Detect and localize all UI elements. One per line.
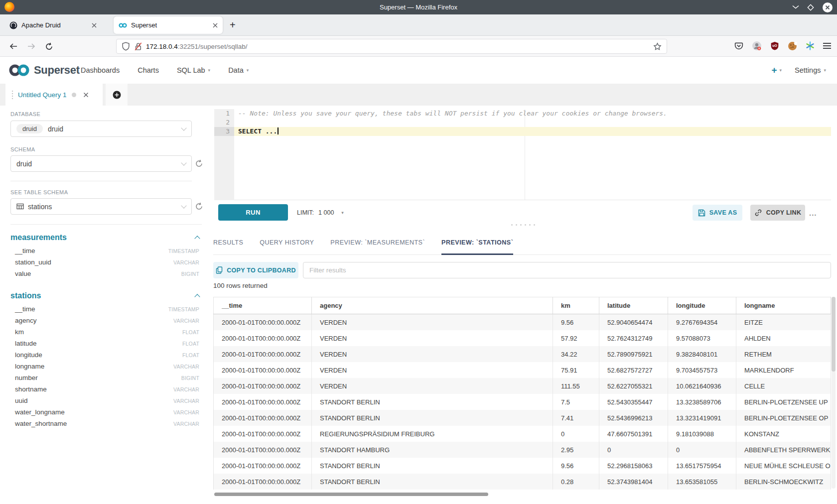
table-cell: 2000-01-01T00:00:00.000Z xyxy=(214,394,312,410)
query-tab[interactable]: Untitled Query 1 xyxy=(5,84,103,106)
nav-item-charts[interactable]: Charts xyxy=(138,66,159,74)
nav-item-sql-lab[interactable]: SQL Lab▾ xyxy=(177,66,210,74)
copy-link-label: COPY LINK xyxy=(766,209,802,216)
text-cursor xyxy=(278,127,279,134)
back-button-icon[interactable] xyxy=(9,42,18,50)
results-tab-preview-measurements[interactable]: PREVIEW: `MEASUREMENTS` xyxy=(330,232,425,255)
schema-column-row: water_longnameVARCHAR xyxy=(10,406,202,418)
column-header-latitude[interactable]: latitude xyxy=(599,297,668,314)
pocket-icon[interactable] xyxy=(734,41,743,50)
add-new-button[interactable]: + ▾ xyxy=(771,65,782,76)
horizontal-scrollbar[interactable] xyxy=(214,493,488,496)
table-cell: STANDORT BERLIN xyxy=(312,458,553,474)
close-icon[interactable] xyxy=(822,2,833,13)
run-button[interactable]: RUN xyxy=(218,204,288,221)
cookie-extension-icon[interactable] xyxy=(788,41,797,51)
column-name: value xyxy=(15,270,31,277)
table-cell: 2000-01-01T00:00:00.000Z xyxy=(214,410,312,426)
nav-item-label: Data xyxy=(228,66,244,74)
database-select[interactable]: druid druid xyxy=(10,121,192,137)
chevron-down-icon xyxy=(181,203,186,208)
table-cell: 7.41 xyxy=(553,410,599,426)
column-header-longname[interactable]: longname xyxy=(736,297,831,314)
column-header-time[interactable]: __time xyxy=(214,297,312,314)
chevron-down-icon: ▾ xyxy=(341,210,344,215)
table-cell: REGIERUNGSPRÄSIDIUM FREIBURG xyxy=(312,426,553,442)
menu-icon[interactable] xyxy=(823,42,831,49)
column-header-km[interactable]: km xyxy=(553,297,599,314)
nav-item-dashboards[interactable]: Dashboards xyxy=(81,66,120,74)
tab-close-icon[interactable] xyxy=(92,23,97,28)
schema-select[interactable]: druid xyxy=(10,155,192,172)
table-row: 2000-01-01T00:00:00.000ZSTANDORT BERLIN9… xyxy=(214,458,831,474)
sql-active-line[interactable]: SELECT ... xyxy=(234,127,831,136)
table-cell: BERLIN-PLOETZENSEE OP xyxy=(736,410,831,426)
column-name: longitude xyxy=(15,351,42,359)
results-table: __timeagencykmlatitudelongitudelongname … xyxy=(213,297,831,490)
close-query-tab-icon[interactable] xyxy=(83,92,89,98)
maximize-icon[interactable] xyxy=(807,3,815,11)
url-bar[interactable]: 172.18.0.4:32251/superset/sqllab/ xyxy=(116,39,667,54)
table-schema-header-measurements[interactable]: measurements xyxy=(10,230,202,245)
account-extension-icon[interactable] xyxy=(752,41,762,51)
shield-icon[interactable] xyxy=(122,42,130,51)
table-cell: 47.6607501391 xyxy=(599,426,668,442)
schema-column-row: shortnameVARCHAR xyxy=(10,383,202,395)
table-cell: 2000-01-01T00:00:00.000Z xyxy=(214,426,312,442)
table-cell: 2000-01-01T00:00:00.000Z xyxy=(214,458,312,474)
save-as-label: SAVE AS xyxy=(709,209,737,216)
settings-menu[interactable]: Settings ▾ xyxy=(795,66,826,74)
nav-item-data[interactable]: Data▾ xyxy=(228,66,249,74)
table-cell: 9.2767694354 xyxy=(668,314,736,331)
refresh-tables-icon[interactable] xyxy=(195,202,203,211)
copy-to-clipboard-button[interactable]: COPY TO CLIPBOARD xyxy=(213,262,298,278)
filter-results-input[interactable] xyxy=(303,262,831,278)
new-browser-tab-button[interactable]: + xyxy=(230,18,236,31)
table-cell: VERDEN xyxy=(312,330,553,346)
insecure-lock-icon[interactable] xyxy=(135,42,142,51)
chevron-down-icon: ▾ xyxy=(824,68,826,73)
results-tab-preview-stations[interactable]: PREVIEW: `STATIONS` xyxy=(441,232,513,255)
spark-extension-icon[interactable] xyxy=(806,41,815,50)
column-type: FLOAT xyxy=(182,341,199,347)
chevron-up-icon xyxy=(194,294,200,299)
table-row: 2000-01-01T00:00:00.000ZVERDEN57.9252.76… xyxy=(214,330,831,346)
browser-tab-superset[interactable]: Superset xyxy=(114,16,223,34)
ublock-icon[interactable]: uO xyxy=(770,41,779,50)
line-number: 2 xyxy=(214,118,234,127)
forward-button-icon[interactable] xyxy=(27,42,36,50)
new-query-tab-button[interactable] xyxy=(106,84,128,106)
column-header-agency[interactable]: agency xyxy=(312,297,553,314)
table-select[interactable]: stations xyxy=(10,198,192,215)
browser-tab-apache-druid[interactable]: Apache Druid xyxy=(4,16,102,34)
pane-resize-handle[interactable] xyxy=(502,224,544,226)
tab-close-icon[interactable] xyxy=(213,23,218,28)
table-cell: 52.5436996213 xyxy=(599,410,668,426)
column-header-longitude[interactable]: longitude xyxy=(668,297,736,314)
bookmark-star-icon[interactable] xyxy=(653,42,662,51)
table-cell: 52.5430355447 xyxy=(599,394,668,410)
minimize-icon[interactable] xyxy=(792,5,799,9)
refresh-schemas-icon[interactable] xyxy=(195,159,203,168)
copy-link-button[interactable]: COPY LINK xyxy=(750,205,805,221)
more-options-button[interactable]: ... xyxy=(809,205,817,221)
table-cell: 2000-01-01T00:00:00.000Z xyxy=(214,442,312,458)
table-cell: ABBENFLETH SPERRWERK xyxy=(736,442,831,458)
table-row: 2000-01-01T00:00:00.000ZSTANDORT BERLIN7… xyxy=(214,394,831,410)
limit-dropdown[interactable]: LIMIT: 1 000 ▾ xyxy=(297,204,344,221)
sql-editor[interactable]: 1 2 3 -- Note: Unless you save your quer… xyxy=(214,109,831,200)
table-schema-header-stations[interactable]: stations xyxy=(10,288,202,303)
reload-button-icon[interactable] xyxy=(45,42,53,51)
sql-comment-line: -- Note: Unless you save your query, the… xyxy=(234,109,831,118)
results-tab-query-history[interactable]: QUERY HISTORY xyxy=(260,232,314,255)
table-value: stations xyxy=(28,203,52,211)
results-tab-results[interactable]: RESULTS xyxy=(213,232,243,255)
superset-logo[interactable]: Superset xyxy=(8,63,80,77)
table-cell: STANDORT BERLIN xyxy=(312,474,553,490)
divider xyxy=(10,181,192,181)
save-as-button[interactable]: SAVE AS xyxy=(693,205,742,221)
vertical-scrollbar[interactable] xyxy=(832,297,836,489)
schema-column-row: water_shortnameVARCHAR xyxy=(10,418,202,429)
table-cell: 52.7624312749 xyxy=(599,330,668,346)
url-text[interactable]: 172.18.0.4:32251/superset/sqllab/ xyxy=(146,43,653,50)
